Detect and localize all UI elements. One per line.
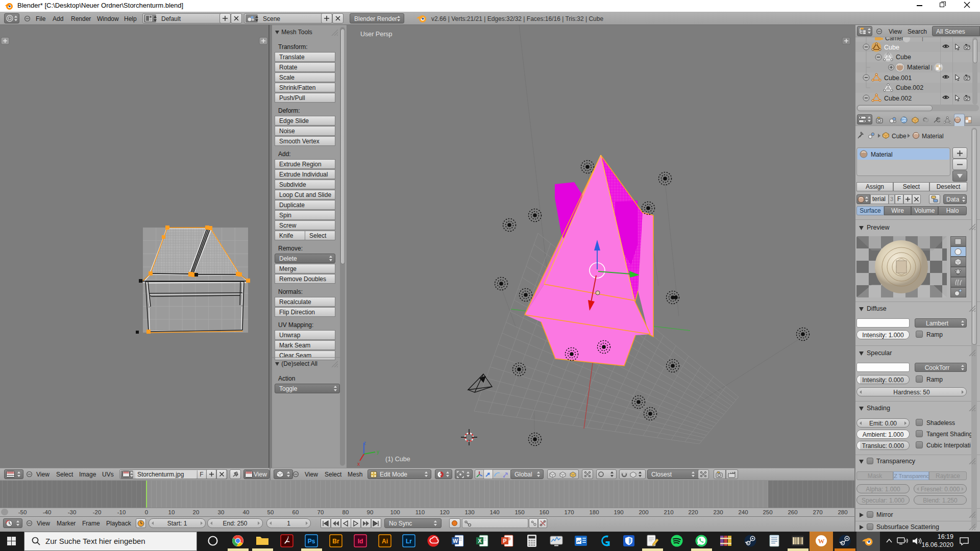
svg-text:30: 30: [218, 509, 225, 515]
svg-text:80: 80: [342, 509, 349, 515]
svg-text:200: 200: [639, 509, 648, 515]
svg-text:W: W: [818, 537, 825, 545]
svg-text:160: 160: [539, 509, 549, 515]
svg-text:90: 90: [367, 509, 374, 515]
svg-text:Ai: Ai: [382, 538, 388, 545]
svg-text:Cube.001: Cube.001: [884, 74, 912, 82]
svg-text:230: 230: [713, 509, 723, 515]
svg-text:-10: -10: [117, 509, 126, 515]
svg-text:190: 190: [614, 509, 623, 515]
svg-text:Lr: Lr: [406, 538, 412, 545]
svg-text:0: 0: [145, 509, 148, 515]
svg-text:70: 70: [317, 509, 324, 515]
svg-text:60: 60: [292, 509, 299, 515]
svg-text:X: X: [478, 538, 481, 544]
svg-text:120: 120: [439, 509, 449, 515]
svg-text:270: 270: [813, 509, 822, 515]
svg-text:10: 10: [168, 509, 175, 515]
svg-text:Cube.002: Cube.002: [884, 95, 912, 102]
svg-text:100: 100: [390, 509, 400, 515]
svg-text:130: 130: [464, 509, 474, 515]
svg-text:50: 50: [267, 509, 274, 515]
svg-text:150: 150: [514, 509, 524, 515]
svg-text:180: 180: [589, 509, 599, 515]
svg-text:260: 260: [788, 509, 797, 515]
svg-text:W: W: [453, 538, 458, 544]
svg-text:-30: -30: [68, 509, 77, 515]
svg-text:210: 210: [664, 509, 673, 515]
svg-text:Cube: Cube: [896, 54, 911, 61]
svg-text:P: P: [503, 538, 506, 544]
svg-text:Cube: Cube: [884, 44, 899, 51]
svg-text:-20: -20: [93, 509, 102, 515]
svg-text:240: 240: [738, 509, 748, 515]
svg-text:Ps: Ps: [308, 538, 315, 545]
svg-text:220: 220: [688, 509, 698, 515]
svg-text:40: 40: [243, 509, 250, 515]
svg-text:110: 110: [415, 509, 425, 515]
svg-text:170: 170: [564, 509, 574, 515]
svg-text:Material: Material: [907, 64, 929, 71]
svg-text:|: |: [922, 37, 923, 41]
svg-text:Id: Id: [358, 538, 363, 545]
svg-text:-40: -40: [43, 509, 52, 515]
svg-text:Br: Br: [332, 538, 339, 545]
svg-text:280: 280: [838, 509, 847, 515]
svg-text:|: |: [931, 64, 933, 70]
svg-text:-50: -50: [18, 509, 27, 515]
svg-text:140: 140: [489, 509, 499, 515]
svg-text:20: 20: [193, 509, 200, 515]
svg-text:250: 250: [763, 509, 772, 515]
svg-text:Cube.002: Cube.002: [896, 84, 923, 91]
